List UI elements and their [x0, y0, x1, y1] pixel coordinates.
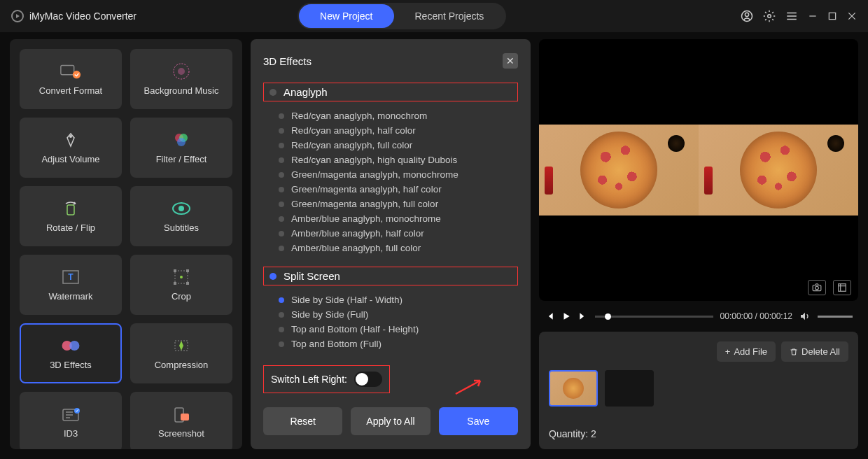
background-music-icon [170, 63, 192, 80]
tool-label: Rotate / Flip [46, 223, 95, 233]
tool-label: Crop [172, 291, 191, 302]
radio-icon [279, 187, 284, 192]
play-logo-icon [11, 10, 24, 22]
user-icon[interactable] [741, 10, 753, 22]
split-option[interactable]: Side by Side (Half - Width) [279, 292, 518, 307]
reset-button[interactable]: Reset [263, 407, 342, 435]
anaglyph-option[interactable]: Red/cyan anaglyph, monochrom [279, 108, 518, 123]
tool-convert-format[interactable]: Convert Format [20, 49, 122, 109]
anaglyph-option[interactable]: Red/cyan anaglyph, full color [279, 138, 518, 153]
option-label: Green/magenta anaglyph, half color [291, 184, 442, 195]
panel-title: 3D Effects [263, 55, 312, 67]
option-label: Red/cyan anaglyph, high quality Dubois [291, 155, 457, 165]
watermark-icon: T [59, 269, 82, 285]
fullscreen-icon[interactable] [833, 280, 851, 295]
tab-recent-projects[interactable]: Recent Projects [394, 4, 505, 28]
menu-icon[interactable] [785, 10, 798, 22]
anaglyph-option[interactable]: Green/magenta anaglyph, monochrome [279, 167, 518, 182]
svg-rect-22 [186, 282, 189, 285]
convert-format-icon [59, 63, 82, 80]
gear-icon[interactable] [763, 10, 776, 22]
delete-all-button[interactable]: Delete All [781, 341, 848, 362]
tool-compression[interactable]: Compression [130, 323, 232, 383]
split-screen-group-header[interactable]: Split Screen [263, 267, 518, 285]
svg-point-1 [745, 13, 748, 16]
option-label: Red/cyan anaglyph, monochrom [291, 111, 427, 121]
preview-frame [539, 125, 858, 216]
id3-icon [59, 406, 82, 423]
tool-id3[interactable]: ID3 [20, 392, 122, 449]
anaglyph-group-header[interactable]: Anaglyph [263, 83, 518, 101]
tab-new-project[interactable]: New Project [299, 4, 393, 28]
tool-crop[interactable]: Crop [130, 255, 232, 315]
3d-effects-icon [59, 337, 82, 354]
add-file-button[interactable]: +Add File [717, 341, 776, 362]
timeline-slider[interactable] [595, 316, 713, 318]
tool-label: Screenshot [158, 428, 204, 439]
quantity-display: Quantity: 2 [549, 428, 848, 439]
svg-rect-4 [61, 65, 74, 74]
radio-icon [279, 231, 284, 236]
maximize-icon[interactable] [827, 11, 837, 21]
radio-icon [270, 89, 276, 96]
tool-label: Background Music [144, 85, 219, 96]
radio-icon [279, 327, 284, 332]
split-option[interactable]: Top and Bottom (Half - Height) [279, 322, 518, 337]
file-thumbnail[interactable] [549, 370, 598, 407]
radio-icon [279, 341, 284, 347]
file-thumbnail[interactable] [605, 370, 654, 407]
tool-subtitles[interactable]: Subtitles [130, 186, 232, 246]
close-panel-button[interactable]: ✕ [503, 53, 518, 69]
svg-point-14 [178, 206, 184, 211]
tool-label: 3D Effects [50, 360, 92, 370]
next-icon[interactable] [578, 311, 588, 321]
svg-point-11 [177, 138, 186, 146]
switch-left-right-row: Switch Left Right: [263, 365, 390, 393]
split-screen-title: Split Screen [284, 270, 340, 282]
project-tabs: New Project Recent Projects [298, 3, 506, 29]
anaglyph-option[interactable]: Amber/blue anaglyph, monochrome [279, 211, 518, 226]
save-button[interactable]: Save [439, 407, 518, 435]
svg-rect-29 [181, 414, 189, 421]
anaglyph-option[interactable]: Red/cyan anaglyph, half color [279, 123, 518, 138]
anaglyph-option[interactable]: Green/magenta anaglyph, full color [279, 197, 518, 211]
anaglyph-option[interactable]: Green/magenta anaglyph, half color [279, 182, 518, 197]
svg-point-31 [816, 286, 819, 290]
volume-slider[interactable] [818, 316, 853, 318]
tool-background-music[interactable]: Background Music [130, 49, 232, 109]
option-label: Red/cyan anaglyph, half color [291, 125, 416, 136]
tool-adjust-volume[interactable]: Adjust Volume [20, 118, 122, 178]
minimize-icon[interactable] [808, 11, 818, 21]
playbar: 00:00:00 / 00:00:12 [539, 308, 858, 325]
arrow-annotation-icon [452, 376, 487, 397]
switch-left-right-toggle[interactable] [354, 372, 382, 387]
tool-label: Convert Format [39, 85, 102, 96]
prev-icon[interactable] [545, 311, 554, 321]
tool-rotate-flip[interactable]: Rotate / Flip [20, 186, 122, 246]
option-label: Red/cyan anaglyph, full color [291, 140, 412, 150]
close-icon[interactable] [847, 11, 857, 21]
switch-label: Switch Left Right: [271, 374, 347, 385]
screenshot-icon [170, 406, 192, 423]
anaglyph-option[interactable]: Red/cyan anaglyph, high quality Dubois [279, 153, 518, 167]
subtitles-icon [170, 200, 192, 217]
anaglyph-option[interactable]: Amber/blue anaglyph, full color [279, 241, 518, 255]
apply-to-all-button[interactable]: Apply to All [351, 407, 430, 435]
tool-filter-effect[interactable]: Filter / Effect [130, 118, 232, 178]
volume-icon[interactable] [799, 311, 811, 322]
svg-point-7 [178, 68, 185, 75]
play-icon[interactable] [561, 311, 571, 321]
split-option[interactable]: Side by Side (Full) [279, 307, 518, 322]
time-display: 00:00:00 / 00:00:12 [720, 311, 792, 321]
tool-screenshot[interactable]: Screenshot [130, 392, 232, 449]
split-option[interactable]: Top and Bottom (Full) [279, 337, 518, 351]
radio-icon [279, 157, 284, 163]
tool-watermark[interactable]: TWatermark [20, 255, 122, 315]
camera-icon[interactable] [808, 280, 826, 295]
tool-3d-effects[interactable]: 3D Effects [20, 323, 122, 383]
radio-icon [279, 246, 284, 251]
window-controls [741, 10, 857, 22]
anaglyph-option[interactable]: Amber/blue anaglyph, half color [279, 226, 518, 241]
svg-point-18 [180, 276, 183, 278]
app-title: iMyMac Video Converter [29, 10, 136, 22]
